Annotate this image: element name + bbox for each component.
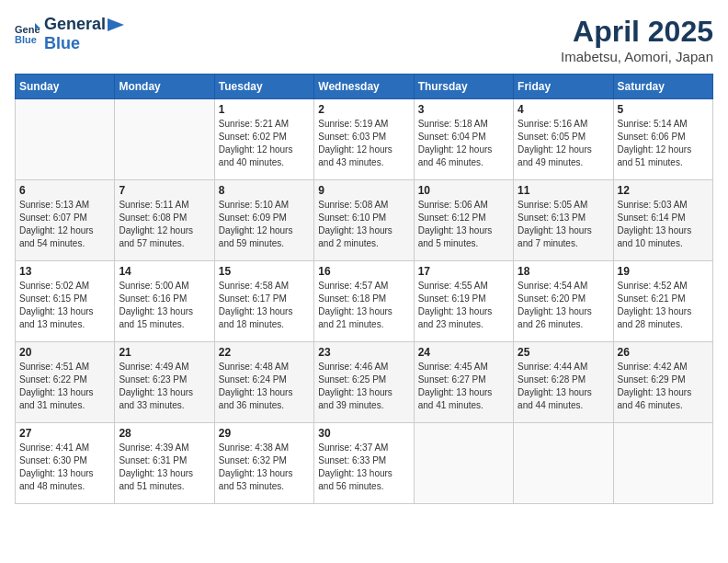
svg-text:Blue: Blue: [15, 34, 37, 45]
day-info: Sunrise: 4:52 AMSunset: 6:21 PMDaylight:…: [618, 280, 709, 331]
daylight-text: Daylight: 12 hours and 59 minutes.: [219, 225, 293, 248]
page-header: General Blue General Blue April 2025 Ima…: [15, 15, 713, 64]
daylight-text: Daylight: 12 hours and 40 minutes.: [219, 144, 293, 167]
weekday-header-thursday: Thursday: [414, 75, 513, 99]
day-info: Sunrise: 4:37 AMSunset: 6:33 PMDaylight:…: [318, 442, 409, 493]
calendar-cell: 26Sunrise: 4:42 AMSunset: 6:29 PMDayligh…: [613, 342, 712, 423]
weekday-header-tuesday: Tuesday: [214, 75, 313, 99]
day-info: Sunrise: 5:13 AMSunset: 6:07 PMDaylight:…: [19, 199, 110, 250]
calendar-cell: 6Sunrise: 5:13 AMSunset: 6:07 PMDaylight…: [16, 180, 115, 261]
day-info: Sunrise: 4:48 AMSunset: 6:24 PMDaylight:…: [219, 361, 310, 412]
day-number: 28: [119, 427, 210, 440]
weekday-header-monday: Monday: [115, 75, 214, 99]
day-number: 29: [219, 427, 310, 440]
day-number: 5: [618, 103, 709, 116]
daylight-text: Daylight: 13 hours and 2 minutes.: [318, 225, 392, 248]
day-number: 1: [219, 103, 310, 116]
svg-marker-4: [108, 18, 124, 31]
daylight-text: Daylight: 12 hours and 54 minutes.: [19, 225, 94, 248]
day-info: Sunrise: 5:08 AMSunset: 6:10 PMDaylight:…: [318, 199, 409, 250]
sunrise-text: Sunrise: 4:58 AM: [219, 281, 289, 291]
calendar-cell: [514, 423, 613, 504]
day-info: Sunrise: 4:41 AMSunset: 6:30 PMDaylight:…: [19, 442, 110, 493]
daylight-text: Daylight: 13 hours and 36 minutes.: [219, 387, 293, 410]
calendar-cell: 21Sunrise: 4:49 AMSunset: 6:23 PMDayligh…: [115, 342, 214, 423]
day-number: 23: [318, 346, 409, 359]
sunset-text: Sunset: 6:31 PM: [119, 455, 187, 465]
logo-chevron-icon: [108, 18, 124, 31]
calendar-cell: 28Sunrise: 4:39 AMSunset: 6:31 PMDayligh…: [115, 423, 214, 504]
sunset-text: Sunset: 6:14 PM: [618, 213, 686, 223]
day-info: Sunrise: 4:44 AMSunset: 6:28 PMDaylight:…: [518, 361, 609, 412]
logo-blue: Blue: [44, 34, 126, 53]
sunrise-text: Sunrise: 4:42 AM: [618, 362, 688, 372]
day-info: Sunrise: 5:03 AMSunset: 6:14 PMDaylight:…: [618, 199, 709, 250]
day-number: 2: [318, 103, 409, 116]
day-info: Sunrise: 4:55 AMSunset: 6:19 PMDaylight:…: [418, 280, 509, 331]
day-number: 7: [119, 184, 210, 197]
calendar-cell: 10Sunrise: 5:06 AMSunset: 6:12 PMDayligh…: [414, 180, 513, 261]
day-info: Sunrise: 4:46 AMSunset: 6:25 PMDaylight:…: [318, 361, 409, 412]
calendar-cell: [613, 423, 712, 504]
day-info: Sunrise: 4:58 AMSunset: 6:17 PMDaylight:…: [219, 280, 310, 331]
calendar-table: SundayMondayTuesdayWednesdayThursdayFrid…: [15, 74, 713, 504]
day-info: Sunrise: 4:54 AMSunset: 6:20 PMDaylight:…: [518, 280, 609, 331]
daylight-text: Daylight: 12 hours and 43 minutes.: [318, 144, 392, 167]
sunset-text: Sunset: 6:16 PM: [119, 293, 187, 304]
day-info: Sunrise: 5:02 AMSunset: 6:15 PMDaylight:…: [19, 280, 110, 331]
sunset-text: Sunset: 6:04 PM: [418, 132, 486, 142]
sunrise-text: Sunrise: 5:13 AM: [19, 200, 89, 210]
sunset-text: Sunset: 6:06 PM: [618, 132, 686, 142]
sunset-text: Sunset: 6:21 PM: [618, 293, 686, 304]
sunset-text: Sunset: 6:33 PM: [318, 455, 386, 465]
sunrise-text: Sunrise: 5:18 AM: [418, 119, 488, 129]
weekday-header-friday: Friday: [514, 75, 613, 99]
daylight-text: Daylight: 13 hours and 46 minutes.: [618, 387, 692, 410]
sunset-text: Sunset: 6:03 PM: [318, 132, 386, 142]
sunset-text: Sunset: 6:07 PM: [19, 213, 87, 223]
day-info: Sunrise: 5:21 AMSunset: 6:02 PMDaylight:…: [219, 118, 310, 169]
day-number: 16: [318, 265, 409, 278]
daylight-text: Daylight: 13 hours and 7 minutes.: [518, 225, 592, 248]
sunrise-text: Sunrise: 5:21 AM: [219, 119, 289, 129]
daylight-text: Daylight: 12 hours and 49 minutes.: [518, 144, 592, 167]
daylight-text: Daylight: 13 hours and 31 minutes.: [19, 387, 94, 410]
sunrise-text: Sunrise: 4:41 AM: [19, 442, 89, 453]
sunrise-text: Sunrise: 4:51 AM: [19, 362, 89, 372]
sunset-text: Sunset: 6:32 PM: [219, 455, 287, 465]
calendar-week-row: 1Sunrise: 5:21 AMSunset: 6:02 PMDaylight…: [16, 99, 713, 180]
day-number: 6: [19, 184, 110, 197]
daylight-text: Daylight: 13 hours and 56 minutes.: [318, 468, 392, 491]
weekday-header-row: SundayMondayTuesdayWednesdayThursdayFrid…: [16, 75, 713, 99]
sunrise-text: Sunrise: 4:54 AM: [518, 281, 587, 291]
logo: General Blue General Blue: [15, 15, 126, 53]
sunset-text: Sunset: 6:23 PM: [119, 374, 187, 385]
day-info: Sunrise: 5:18 AMSunset: 6:04 PMDaylight:…: [418, 118, 509, 169]
daylight-text: Daylight: 13 hours and 33 minutes.: [119, 387, 193, 410]
sunset-text: Sunset: 6:12 PM: [418, 213, 486, 223]
day-number: 21: [119, 346, 210, 359]
day-number: 25: [518, 346, 609, 359]
calendar-cell: 11Sunrise: 5:05 AMSunset: 6:13 PMDayligh…: [514, 180, 613, 261]
calendar-cell: 18Sunrise: 4:54 AMSunset: 6:20 PMDayligh…: [514, 261, 613, 342]
day-info: Sunrise: 5:14 AMSunset: 6:06 PMDaylight:…: [618, 118, 709, 169]
calendar-week-row: 6Sunrise: 5:13 AMSunset: 6:07 PMDaylight…: [16, 180, 713, 261]
sunrise-text: Sunrise: 4:52 AM: [618, 281, 688, 291]
day-number: 11: [518, 184, 609, 197]
sunrise-text: Sunrise: 4:55 AM: [418, 281, 488, 291]
day-info: Sunrise: 5:00 AMSunset: 6:16 PMDaylight:…: [119, 280, 210, 331]
daylight-text: Daylight: 12 hours and 57 minutes.: [119, 225, 193, 248]
sunrise-text: Sunrise: 4:49 AM: [119, 362, 188, 372]
day-number: 24: [418, 346, 509, 359]
sunrise-text: Sunrise: 5:05 AM: [518, 200, 587, 210]
sunrise-text: Sunrise: 4:37 AM: [318, 442, 388, 453]
day-number: 9: [318, 184, 409, 197]
calendar-cell: 25Sunrise: 4:44 AMSunset: 6:28 PMDayligh…: [514, 342, 613, 423]
page-subtitle: Imabetsu, Aomori, Japan: [561, 49, 713, 64]
day-number: 4: [518, 103, 609, 116]
calendar-cell: 14Sunrise: 5:00 AMSunset: 6:16 PMDayligh…: [115, 261, 214, 342]
sunset-text: Sunset: 6:27 PM: [418, 374, 486, 385]
day-info: Sunrise: 5:11 AMSunset: 6:08 PMDaylight:…: [119, 199, 210, 250]
sunset-text: Sunset: 6:28 PM: [518, 374, 586, 385]
calendar-cell: 22Sunrise: 4:48 AMSunset: 6:24 PMDayligh…: [214, 342, 313, 423]
